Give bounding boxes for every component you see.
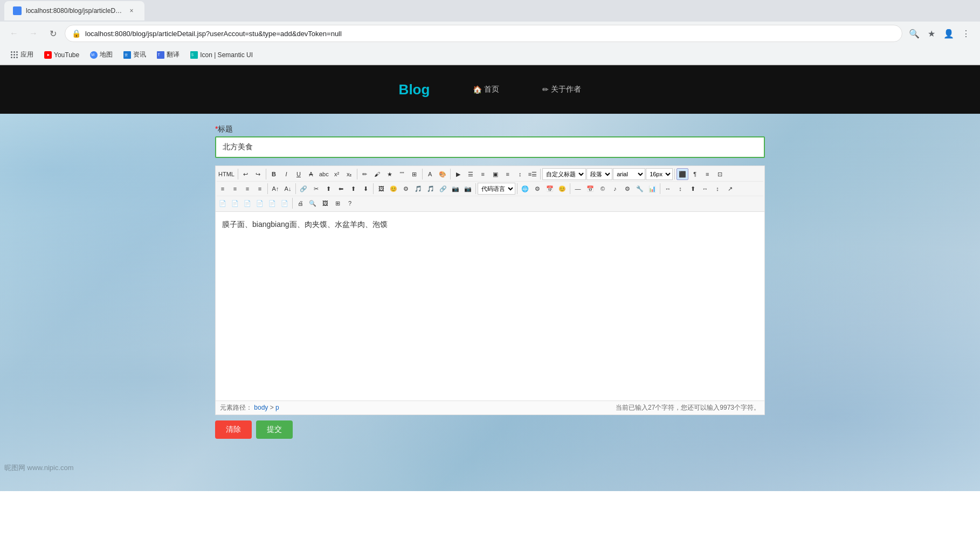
image-btn[interactable]: 🖼 — [375, 183, 387, 195]
page-btn-3[interactable]: 📄 — [241, 197, 253, 209]
code-lang-select[interactable]: 代码语言 — [478, 183, 515, 195]
bookmark-semantic[interactable]: S Icon | Semantic UI — [186, 49, 257, 61]
path-p-link[interactable]: p — [275, 404, 279, 411]
font-color-btn[interactable]: A — [424, 168, 436, 180]
grid2-btn[interactable]: ⊞ — [332, 197, 343, 209]
path-body-link[interactable]: body — [254, 404, 268, 411]
html-btn[interactable]: HTML — [217, 168, 236, 180]
web-btn[interactable]: 🌐 — [519, 183, 531, 195]
editor-content-area[interactable]: 膜子面、biangbiang面、肉夹馍、水盆羊肉、泡馍 — [216, 212, 764, 401]
page-btn-4[interactable]: 📄 — [254, 197, 266, 209]
insert-down-btn[interactable]: ⬇ — [360, 183, 371, 195]
page-btn-2[interactable]: 📄 — [229, 197, 241, 209]
format-select[interactable]: 段落 — [586, 168, 612, 180]
bg-color-btn[interactable]: 🎨 — [437, 168, 448, 180]
audio2-btn[interactable]: 🎵 — [425, 183, 437, 195]
ul-btn[interactable]: ☰ — [465, 168, 477, 180]
quote-btn[interactable]: "" — [396, 168, 408, 180]
file-link-btn[interactable]: 🔗 — [437, 183, 449, 195]
reload-button[interactable]: ↻ — [45, 26, 60, 41]
font-bigger-btn[interactable]: A↑ — [270, 183, 281, 195]
heading-select[interactable]: 自定义标题 — [542, 168, 586, 180]
list-btn[interactable]: ≡☰ — [527, 168, 539, 180]
home-nav-link[interactable]: 🏠 首页 — [473, 85, 499, 94]
bold-btn[interactable]: B — [268, 168, 280, 180]
page-btn-5[interactable]: 📄 — [266, 197, 278, 209]
frame-btn[interactable]: 🖼 — [319, 197, 331, 209]
bookmark-maps[interactable]: M 地图 — [86, 48, 117, 61]
bookmark-apps[interactable]: 应用 — [6, 48, 38, 61]
font-select[interactable]: arial — [613, 168, 645, 180]
indent-btn[interactable]: ≡ — [502, 168, 514, 180]
insert-left-btn[interactable]: ⬅ — [335, 183, 347, 195]
col-left-btn[interactable]: ↔ — [662, 183, 674, 195]
superscript-btn[interactable]: x² — [331, 168, 343, 180]
cell-split-btn[interactable]: ↗ — [724, 183, 736, 195]
layout-btn[interactable]: ≡ — [701, 168, 713, 180]
smiley-btn[interactable]: 😊 — [556, 183, 568, 195]
visual-mode-btn[interactable]: ⬛ — [677, 168, 688, 180]
bookmark-news[interactable]: 资 资讯 — [119, 48, 150, 61]
photo2-btn[interactable]: 📷 — [462, 183, 474, 195]
grid-btn[interactable]: ⊞ — [409, 168, 420, 180]
cell-merge-btn[interactable]: ↕ — [712, 183, 723, 195]
align-justify-btn[interactable]: ≡ — [254, 183, 266, 195]
col-right-btn[interactable]: ↕ — [674, 183, 686, 195]
bookmark-button[interactable]: ★ — [924, 26, 939, 41]
undo-btn[interactable]: ↩ — [240, 168, 252, 180]
source-btn[interactable]: ¶ — [689, 168, 701, 180]
page-btn-1[interactable]: 📄 — [217, 197, 229, 209]
expand-btn[interactable]: ⊡ — [714, 168, 726, 180]
link-btn[interactable]: 🔗 — [298, 183, 309, 195]
redo-btn[interactable]: ↪ — [252, 168, 264, 180]
line-height-btn[interactable]: ▶ — [452, 168, 464, 180]
calendar-btn[interactable]: 📅 — [544, 183, 556, 195]
outdent-btn[interactable]: ↕ — [514, 168, 526, 180]
settings-btn[interactable]: ⚙ — [532, 183, 543, 195]
browser-tab[interactable]: localhost:8080/blog/jsp/articleDetail.js… — [4, 1, 144, 20]
star-btn[interactable]: ★ — [384, 168, 396, 180]
wrench-btn[interactable]: 🔧 — [634, 183, 646, 195]
copyright-btn[interactable]: © — [597, 183, 609, 195]
strikethrough-btn[interactable]: A — [305, 168, 317, 180]
title-input[interactable] — [215, 136, 765, 158]
photo-btn[interactable]: 📷 — [450, 183, 461, 195]
submit-button[interactable]: 提交 — [256, 420, 293, 439]
about-nav-link[interactable]: ✏ 关于作者 — [542, 85, 581, 94]
hr-btn[interactable]: — — [572, 183, 584, 195]
bookmark-translate[interactable]: T 翻译 — [153, 48, 184, 61]
align-center-btn[interactable]: ≡ — [229, 183, 241, 195]
menu-button[interactable]: ⋮ — [958, 26, 974, 41]
music-btn[interactable]: ♪ — [609, 183, 621, 195]
insert-up-btn[interactable]: ⬆ — [322, 183, 334, 195]
cancel-button[interactable]: 清除 — [215, 420, 252, 439]
bookmark-youtube[interactable]: YouTube — [40, 49, 84, 61]
table-btn[interactable]: 📊 — [646, 183, 658, 195]
emoji-btn[interactable]: 😊 — [388, 183, 399, 195]
back-button[interactable]: ← — [6, 26, 22, 41]
font-smaller-btn[interactable]: A↓ — [282, 183, 294, 195]
italic-btn[interactable]: I — [280, 168, 292, 180]
row-down-btn[interactable]: ↔ — [699, 183, 711, 195]
find-btn[interactable]: 🔍 — [307, 197, 319, 209]
underline-btn[interactable]: U — [293, 168, 305, 180]
date-btn[interactable]: 📅 — [584, 183, 596, 195]
audio-btn[interactable]: 🎵 — [412, 183, 424, 195]
widget-btn[interactable]: ⚙ — [400, 183, 412, 195]
pen-btn[interactable]: ✏ — [359, 168, 371, 180]
block-btn[interactable]: ▣ — [489, 168, 501, 180]
help-btn[interactable]: ? — [344, 197, 356, 209]
size-select[interactable]: 16px — [646, 168, 673, 180]
unlink-btn[interactable]: ✂ — [310, 183, 322, 195]
subscript-btn[interactable]: x₂ — [343, 168, 355, 180]
address-bar[interactable]: 🔒 localhost:8080/blog/jsp/articleDetail.… — [65, 25, 902, 42]
row-up-btn[interactable]: ⬆ — [687, 183, 699, 195]
forward-button[interactable]: → — [26, 26, 41, 41]
abc-btn[interactable]: abc — [318, 168, 330, 180]
print-btn[interactable]: 🖨 — [294, 197, 306, 209]
ol-btn[interactable]: ≡ — [477, 168, 489, 180]
search-button[interactable]: 🔍 — [907, 26, 922, 41]
align-right-btn[interactable]: ≡ — [241, 183, 253, 195]
insert-up2-btn[interactable]: ⬆ — [347, 183, 359, 195]
highlight-btn[interactable]: 🖌 — [371, 168, 383, 180]
